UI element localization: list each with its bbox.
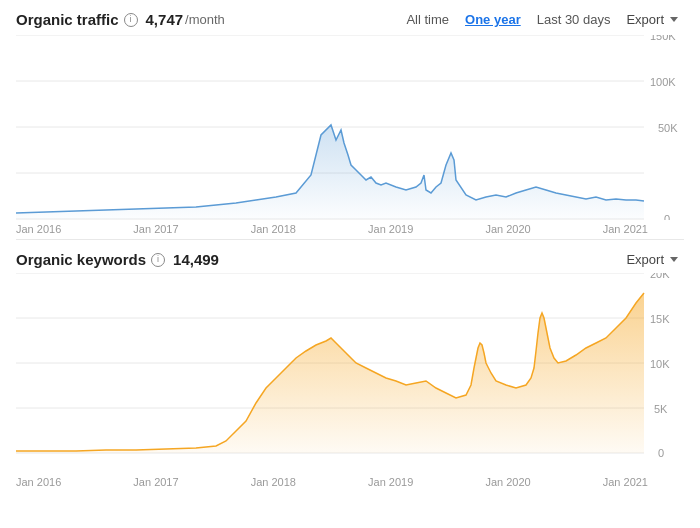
chevron-down-icon: [670, 17, 678, 22]
svg-text:150K: 150K: [650, 35, 676, 42]
traffic-svg: 150K 100K 50K 0: [16, 35, 678, 220]
svg-text:15K: 15K: [650, 313, 670, 325]
one-year-button[interactable]: One year: [459, 10, 527, 29]
keywords-chart-area: 20K 15K 10K 5K 0 Jan 2016 Jan 2017 Jan 2…: [16, 273, 684, 488]
traffic-chart-area: 150K 100K 50K 0 Jan 2016 Jan 2017 Jan 20…: [16, 35, 684, 235]
organic-keywords-header: Organic keywords i 14,499 Export: [0, 244, 700, 273]
info-icon-traffic[interactable]: i: [124, 13, 138, 27]
keywords-export-container: Export: [620, 250, 684, 269]
organic-keywords-title: Organic keywords: [16, 251, 146, 268]
svg-text:10K: 10K: [650, 358, 670, 370]
organic-keywords-value: 14,499: [173, 251, 219, 268]
section-divider: [16, 239, 684, 240]
last-30-button[interactable]: Last 30 days: [531, 10, 617, 29]
organic-traffic-value: 4,747: [146, 11, 184, 28]
svg-text:0: 0: [658, 447, 664, 459]
export-chevron-icon: [670, 257, 678, 262]
organic-traffic-title: Organic traffic: [16, 11, 119, 28]
traffic-chart-container: 150K 100K 50K 0 Jan 2016 Jan 2017 Jan 20…: [0, 35, 700, 235]
traffic-x-axis: Jan 2016 Jan 2017 Jan 2018 Jan 2019 Jan …: [16, 220, 684, 235]
all-time-button[interactable]: All time: [400, 10, 455, 29]
organic-traffic-unit: /month: [185, 12, 225, 27]
organic-traffic-header: Organic traffic i 4,747 /month All time …: [0, 0, 700, 35]
keywords-x-axis: Jan 2016 Jan 2017 Jan 2018 Jan 2019 Jan …: [16, 473, 684, 488]
svg-text:0: 0: [664, 213, 670, 220]
keywords-export-button[interactable]: Export: [620, 250, 684, 269]
svg-text:100K: 100K: [650, 76, 676, 88]
svg-text:5K: 5K: [654, 403, 668, 415]
keywords-chart-container: 20K 15K 10K 5K 0 Jan 2016 Jan 2017 Jan 2…: [0, 273, 700, 488]
keywords-svg: 20K 15K 10K 5K 0: [16, 273, 678, 473]
info-icon-keywords[interactable]: i: [151, 253, 165, 267]
time-controls: All time One year Last 30 days Export: [400, 10, 684, 29]
traffic-export-button[interactable]: Export: [620, 10, 684, 29]
svg-text:50K: 50K: [658, 122, 678, 134]
svg-text:20K: 20K: [650, 273, 670, 280]
